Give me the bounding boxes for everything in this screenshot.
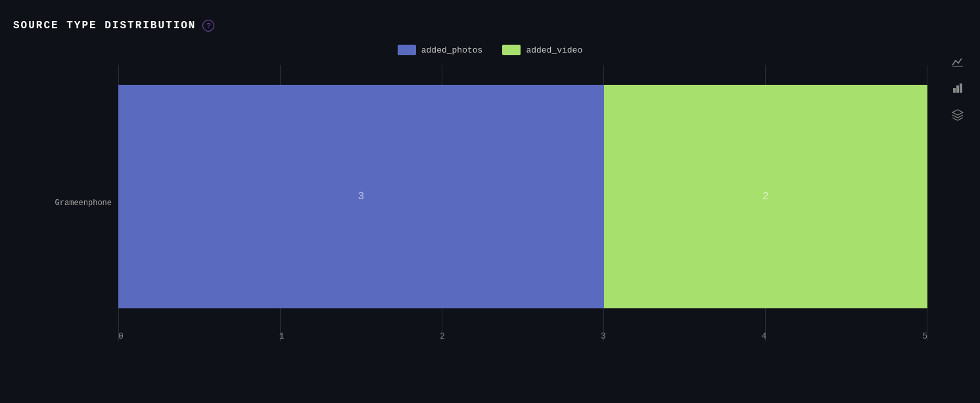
- svg-rect-3: [960, 83, 962, 93]
- line-chart-icon[interactable]: [948, 53, 967, 71]
- svg-marker-4: [952, 110, 963, 115]
- x-tick-3: 3: [601, 331, 606, 341]
- x-tick-1: 1: [279, 331, 285, 341]
- right-icons: [948, 53, 967, 124]
- x-tick-5: 5: [922, 331, 927, 341]
- legend-label-video: added_video: [526, 45, 582, 55]
- bar-container: 3 2: [118, 85, 927, 308]
- chart-header: SOURCE TYPE DISTRIBUTION ?: [13, 20, 967, 32]
- x-axis: 0 1 2 3 4 5: [118, 328, 927, 341]
- x-tick-0: 0: [118, 331, 124, 341]
- svg-rect-1: [953, 88, 956, 93]
- legend-color-video: [502, 45, 521, 55]
- bar-label-photos: 3: [358, 191, 364, 202]
- layers-icon[interactable]: [948, 105, 967, 124]
- bar-segment-photos: 3: [118, 85, 604, 308]
- help-icon[interactable]: ?: [202, 20, 214, 32]
- legend-item-video: added_video: [502, 45, 582, 55]
- svg-rect-2: [956, 85, 959, 93]
- y-axis-label: Grameenphone: [33, 65, 118, 341]
- legend-label-photos: added_photos: [421, 45, 483, 55]
- chart-wrapper: Grameenphone 3 2: [33, 65, 927, 341]
- legend-color-photos: [398, 45, 416, 55]
- chart-title: SOURCE TYPE DISTRIBUTION: [13, 20, 196, 32]
- x-tick-4: 4: [762, 331, 767, 341]
- y-axis-text: Grameenphone: [55, 199, 112, 208]
- bar-label-video: 2: [762, 191, 769, 202]
- legend-item-photos: added_photos: [398, 45, 483, 55]
- bar-chart-icon[interactable]: [948, 79, 967, 97]
- chart-body: 3 2 0 1 2 3 4 5: [118, 65, 927, 341]
- bar-segment-video: 2: [604, 85, 927, 308]
- chart-legend: added_photos added_video: [13, 45, 967, 55]
- x-tick-2: 2: [440, 331, 445, 341]
- dashboard-container: SOURCE TYPE DISTRIBUTION ? added_photos …: [0, 0, 980, 403]
